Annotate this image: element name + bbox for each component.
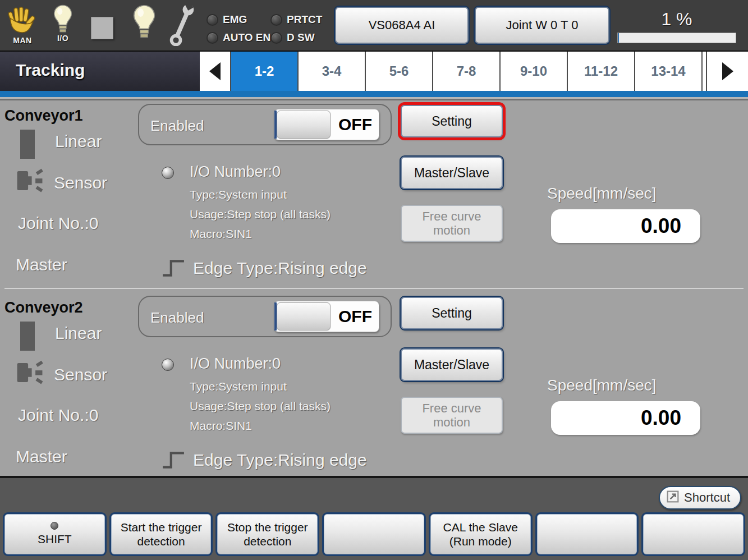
io-usage-label: Usage:Step stop (all tasks) (190, 400, 331, 413)
toggle-knob[interactable] (277, 111, 331, 139)
empty-function-button[interactable] (324, 514, 424, 554)
enabled-groupbox: Enabled OFF (138, 296, 392, 337)
master-label: Master (16, 255, 67, 274)
start-trigger-detection-button[interactable]: Start the trigger detection (111, 514, 212, 554)
sensor-icon (16, 360, 45, 388)
enabled-toggle[interactable]: OFF (274, 301, 379, 332)
tab-13-14[interactable]: 13-14 (635, 52, 703, 91)
edge-type-label: Edge Type:Rising edge (193, 259, 367, 278)
joint-mode-button[interactable]: Joint W 0 T 0 (475, 7, 609, 44)
square-indicator-button[interactable] (91, 17, 113, 39)
top-status-bar: MAN I/O (0, 0, 748, 51)
page-title: Tracking (16, 61, 85, 80)
led-d-sw: D SW (270, 31, 315, 44)
master-slave-button[interactable]: Master/Slave (401, 348, 503, 381)
speed-percent-label: 1 % (617, 9, 736, 30)
rising-edge-icon[interactable] (162, 449, 185, 472)
cal-the-slave-button[interactable]: CAL the Slave (Run mode) (430, 514, 531, 554)
auto-en-led-icon (206, 32, 218, 44)
linear-conveyor-icon (20, 322, 35, 351)
speed-value: 0.00 (641, 406, 681, 430)
shift-key-button[interactable]: SHIFT (4, 514, 105, 554)
io-type-label: Type:System input (190, 188, 287, 201)
io-macro-label: Macro:SIN1 (190, 227, 252, 241)
manual-mode-button[interactable]: MAN (8, 6, 37, 45)
enabled-label: Enabled (150, 309, 204, 327)
io-number-label: I/O Number:0 (190, 163, 281, 181)
toggle-state-label: OFF (338, 307, 372, 326)
shift-key-label: SHIFT (38, 532, 72, 546)
setting-button[interactable]: Setting (401, 105, 503, 137)
prtct-led-icon (270, 14, 282, 26)
function-key-bar: Shortcut SHIFT Start the trigger detecti… (0, 476, 748, 560)
shortcut-icon (667, 490, 679, 505)
io-number-radio[interactable] (162, 167, 174, 179)
hand-icon (8, 6, 37, 38)
shortcut-button-label: Shortcut (684, 490, 730, 505)
lightbulb-icon (131, 4, 157, 42)
maintenance-button[interactable] (167, 3, 196, 48)
speed-value: 0.00 (641, 214, 681, 238)
shortcut-button[interactable]: Shortcut (659, 486, 741, 509)
conveyor2-section: Conveyor2 Linear Sensor Joint No.:0 Mast… (0, 292, 748, 481)
function-keys: SHIFT Start the trigger detection Stop t… (0, 514, 748, 557)
lamp-button[interactable] (131, 4, 157, 42)
chevron-right-icon (722, 62, 733, 80)
chevron-left-icon (209, 62, 221, 80)
tab-scroll-right-button[interactable] (706, 52, 748, 91)
emg-led-label: EMG (223, 13, 247, 26)
d-sw-led-label: D SW (287, 31, 315, 44)
speed-value-field[interactable]: 0.00 (551, 209, 700, 243)
master-slave-button[interactable]: Master/Slave (401, 157, 503, 189)
speed-progress-fill (618, 33, 619, 43)
toggle-knob[interactable] (277, 302, 331, 331)
joint-no-label: Joint No.:0 (18, 214, 98, 233)
wrench-icon (167, 3, 196, 48)
enabled-label: Enabled (150, 117, 204, 135)
free-curve-motion-button[interactable]: Free curve motion (401, 205, 503, 242)
enabled-toggle[interactable]: OFF (274, 109, 379, 140)
start-trigger-label: Start the trigger detection (112, 520, 211, 548)
lightbulb-icon (52, 4, 74, 36)
tab-7-8[interactable]: 7-8 (433, 52, 501, 91)
tab-scroll-left-button[interactable] (200, 52, 231, 91)
enabled-groupbox: Enabled OFF (138, 104, 392, 145)
io-usage-label: Usage:Step stop (all tasks) (190, 208, 331, 221)
sensor-label: Sensor (54, 365, 107, 384)
speed-label: Speed[mm/sec] (547, 377, 657, 394)
sensor-label: Sensor (54, 173, 107, 192)
d-sw-led-icon (270, 32, 282, 44)
tab-1-2[interactable]: 1-2 (231, 52, 299, 91)
emg-led-icon (206, 14, 218, 26)
edge-type-label: Edge Type:Rising edge (193, 451, 367, 470)
led-auto-en: AUTO EN (206, 31, 270, 44)
cal-slave-label: CAL the Slave (Run mode) (431, 520, 530, 548)
free-curve-motion-button[interactable]: Free curve motion (401, 397, 503, 434)
robot-model-button[interactable]: VS068A4 AI (335, 7, 469, 44)
io-monitor-button[interactable]: I/O (52, 4, 74, 43)
io-number-radio[interactable] (162, 359, 174, 371)
speed-value-field[interactable]: 0.00 (551, 401, 700, 435)
speed-label: Speed[mm/sec] (547, 185, 657, 203)
linear-conveyor-icon (20, 130, 35, 159)
tab-11-12[interactable]: 11-12 (568, 52, 635, 91)
shift-indicator-icon (51, 522, 58, 530)
empty-function-button[interactable] (537, 514, 637, 554)
empty-function-button[interactable] (643, 514, 744, 554)
tab-3-4[interactable]: 3-4 (299, 52, 366, 91)
stop-trigger-label: Stop the trigger detection (218, 520, 317, 548)
stop-trigger-detection-button[interactable]: Stop the trigger detection (217, 514, 318, 554)
tab-9-10[interactable]: 9-10 (501, 52, 568, 91)
tracking-main-panel: Conveyor1 Linear Sensor Joint No.:0 Mast… (0, 100, 748, 476)
master-label: Master (16, 447, 67, 466)
conveyor-name: Conveyor2 (4, 299, 83, 316)
io-number-label: I/O Number:0 (190, 355, 281, 373)
conveyor-name: Conveyor1 (4, 107, 83, 125)
setting-button[interactable]: Setting (401, 297, 503, 329)
toggle-state-label: OFF (338, 115, 372, 134)
rising-edge-icon[interactable] (162, 258, 185, 280)
tab-strip: 1-2 3-4 5-6 7-8 9-10 11-12 13-14 (200, 52, 748, 91)
tab-5-6[interactable]: 5-6 (366, 52, 433, 91)
linear-label: Linear (55, 324, 102, 343)
square-icon (91, 17, 113, 39)
